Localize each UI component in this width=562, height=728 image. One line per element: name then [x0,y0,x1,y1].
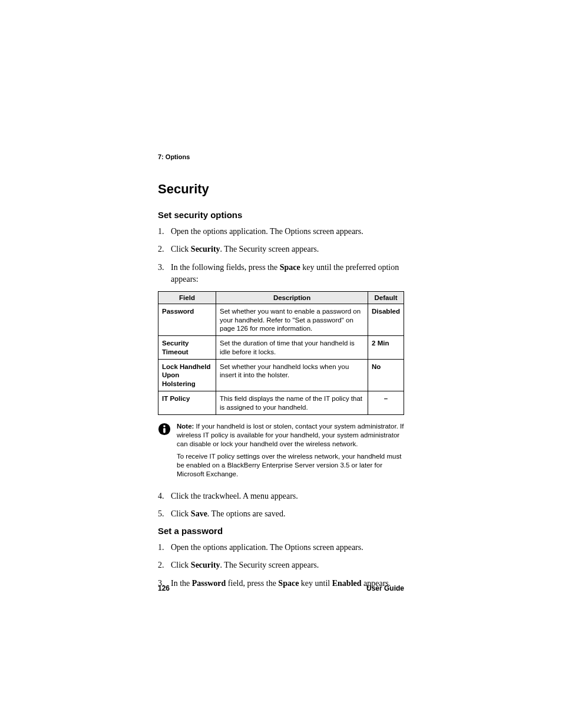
step-item: Click Security. The Security screen appe… [158,559,404,571]
cell-default: 2 Min [368,336,404,360]
steps-set-a-password: Open the options application. The Option… [158,542,404,589]
cell-description: Set whether you want to enable a passwor… [216,304,368,336]
section-title-security: Security [158,182,404,197]
step-text: Open the options application. The Option… [171,543,363,552]
step-item: Open the options application. The Option… [158,226,404,238]
step-bold: Save [191,509,207,518]
cell-default: Disabled [368,304,404,336]
step-text: Click [171,245,191,253]
note-body: To receive IT policy settings over the w… [177,452,404,479]
note-label: Note: [177,423,194,430]
step-item: In the following fields, press the Space… [158,262,404,286]
svg-rect-2 [163,428,166,433]
info-icon [158,423,171,436]
step-text: Click [171,509,191,518]
cell-default: No [368,360,404,391]
note-block: Note: If your handheld is lost or stolen… [158,422,404,482]
table-header-row: Field Description Default [158,292,404,304]
page-number: 126 [158,584,170,592]
step-bold: Security [191,245,220,253]
step-text: Click the trackwheel. A menu appears. [171,492,298,500]
step-item: Open the options application. The Option… [158,542,404,554]
step-text: . The Security screen appears. [220,245,319,253]
cell-field: Lock Handheld Upon Holstering [158,360,216,391]
step-text: Open the options application. The Option… [171,227,363,236]
note-text: Note: If your handheld is lost or stolen… [177,422,404,482]
note-body: If your handheld is lost or stolen, cont… [177,423,404,447]
table-row: Security Timeout Set the duration of tim… [158,336,404,360]
cell-field: Password [158,304,216,336]
cell-description: Set whether your handheld locks when you… [216,360,368,391]
cell-default: – [368,391,404,415]
step-text: In the following fields, press the [171,263,280,272]
steps-set-security-options-cont: Click the trackwheel. A menu appears. Cl… [158,490,404,521]
table-row: Password Set whether you want to enable … [158,304,404,336]
step-text: . The options are saved. [207,509,286,518]
col-header-description: Description [216,292,368,304]
cell-field: Security Timeout [158,336,216,360]
col-header-default: Default [368,292,404,304]
footer-label: User Guide [366,584,404,592]
step-item: Click Security. The Security screen appe… [158,243,404,255]
step-bold: Space [280,263,300,272]
step-text: Click [171,561,191,569]
cell-field: IT Policy [158,391,216,415]
table-row: Lock Handheld Upon Holstering Set whethe… [158,360,404,391]
steps-set-security-options: Open the options application. The Option… [158,226,404,285]
step-item: Click Save. The options are saved. [158,508,404,520]
chapter-label: 7: Options [158,153,404,160]
security-options-table: Field Description Default Password Set w… [158,291,404,415]
subsection-set-security-options: Set security options [158,210,404,220]
step-bold: Security [191,561,220,569]
table-row: IT Policy This field displays the name o… [158,391,404,415]
cell-description: This field displays the name of the IT p… [216,391,368,415]
step-text: . The Security screen appears. [220,561,319,569]
col-header-field: Field [158,292,216,304]
svg-point-1 [163,425,166,427]
subsection-set-a-password: Set a password [158,526,404,536]
cell-description: Set the duration of time that your handh… [216,336,368,360]
page-footer: 126 User Guide [158,584,404,592]
step-item: Click the trackwheel. A menu appears. [158,490,404,502]
